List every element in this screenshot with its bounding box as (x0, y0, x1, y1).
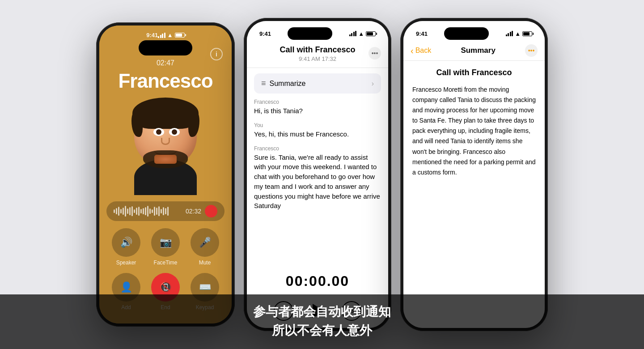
keypad-icon: ⌨️ (199, 281, 211, 293)
summarize-left: ≡ Summarize (261, 79, 305, 88)
speaker-text-1: Hi, is this Tania? (254, 106, 381, 116)
speaker-text-2: Yes, hi, this must be Francesco. (254, 129, 381, 139)
summary-call-title: Call with Francesco (412, 68, 536, 77)
speaker-name-2: You (254, 122, 381, 128)
speaker-button[interactable]: 🔊 (112, 228, 140, 257)
phone-summary: 9:41 ▲ (400, 18, 548, 331)
summarize-icon: ≡ (261, 79, 266, 88)
mute-label: Mute (199, 260, 211, 266)
summarize-text: Summarize (270, 80, 306, 88)
memoji-nose (161, 138, 170, 145)
signal-icon-3 (506, 31, 513, 36)
memoji-eye-right (169, 128, 180, 136)
status-icons-2: ▲ (349, 30, 376, 37)
playback-timer: 00:00.00 (247, 266, 388, 297)
waveform-bar: 02:32 (106, 201, 225, 221)
phone-transcript: 9:41 ▲ (244, 18, 391, 331)
subtitle-overlay: 参与者都会自动收到通知 所以不会有人意外 (0, 294, 644, 349)
dynamic-island-1 (139, 40, 192, 55)
mute-button-group: 🎤 Mute (191, 228, 219, 266)
dynamic-island-3 (444, 27, 489, 40)
info-icon[interactable]: i (210, 48, 223, 60)
battery-icon-3 (522, 31, 532, 36)
record-button[interactable] (205, 205, 217, 217)
back-label: Back (415, 47, 432, 55)
back-chevron-icon: ‹ (411, 46, 414, 56)
wifi-icon-3: ▲ (515, 30, 521, 37)
transcript-subtitle: 9:41 AM 17:32 (254, 55, 381, 62)
battery-icon-1 (175, 33, 185, 38)
summary-body: Francesco Moretti from the moving compan… (412, 85, 536, 178)
summarize-button[interactable]: ≡ Summarize › (254, 73, 381, 94)
status-icons-1: ▲ (158, 32, 184, 38)
summarize-chevron-icon: › (372, 80, 374, 88)
pupil-right (172, 129, 177, 135)
status-icons-3: ▲ (506, 30, 532, 37)
waveform-time: 02:32 (186, 208, 201, 215)
end-call-icon: 📵 (160, 281, 172, 293)
status-bar-2: 9:41 ▲ (247, 21, 388, 42)
more-options-button-2[interactable]: ••• (369, 47, 381, 60)
wifi-icon-1: ▲ (167, 32, 173, 38)
wave-lines (114, 206, 182, 217)
speaker-label: Speaker (116, 260, 136, 266)
speaker-name-3: Francesco (254, 145, 381, 152)
phones-container: 9:41 ▲ (96, 18, 548, 331)
battery-icon-2 (366, 31, 376, 36)
speaker-icon: 🔊 (120, 237, 132, 248)
transcript-block-1: Francesco Hi, is this Tania? (254, 99, 381, 116)
subtitle-line-1: 参与者都会自动收到通知 (27, 302, 617, 321)
more-options-button-3[interactable]: ••• (525, 44, 538, 57)
signal-icon-2 (349, 31, 357, 36)
subtitle-line-2: 所以不会有人意外 (27, 321, 617, 340)
summary-nav: ‹ Back Summary ••• (403, 42, 545, 61)
transcript-header: Call with Francesco 9:41 AM 17:32 ••• (247, 42, 388, 68)
add-icon: 👤 (120, 281, 132, 293)
memoji-eye-left (153, 128, 164, 136)
time-1: 9:41 (146, 32, 158, 38)
caller-memoji (121, 97, 210, 195)
phone-active-call: 9:41 ▲ (96, 22, 235, 327)
transcript-block-3: Francesco Sure is. Tania, we're all read… (254, 145, 381, 211)
facetime-button-group: 📷 FaceTime (151, 228, 180, 266)
facetime-label: FaceTime (154, 260, 178, 266)
nav-title: Summary (461, 46, 495, 55)
transcript-screen: Call with Francesco 9:41 AM 17:32 ••• ≡ … (247, 42, 388, 328)
memoji-neck (154, 155, 177, 164)
time-2: 9:41 (259, 30, 271, 37)
memoji-hair-right (188, 110, 199, 137)
summary-content: Call with Francesco Francesco Moretti fr… (403, 61, 545, 185)
mute-icon: 🎤 (199, 237, 211, 248)
signal-icon-1 (158, 33, 165, 38)
caller-name: Francesco (118, 70, 212, 92)
facetime-button[interactable]: 📷 (151, 228, 180, 257)
speaker-name-1: Francesco (254, 99, 381, 105)
call-controls-row1: 🔊 Speaker 📷 FaceTime 🎤 M (106, 228, 225, 266)
speaker-text-3: Sure is. Tania, we're all ready to assis… (254, 153, 381, 211)
call-duration: 02:47 (157, 59, 174, 67)
facetime-icon: 📷 (160, 237, 172, 248)
transcript-content: Francesco Hi, is this Tania? You Yes, hi… (247, 99, 388, 266)
transcript-title: Call with Francesco (254, 45, 381, 55)
dynamic-island-2 (288, 27, 332, 40)
status-bar-1: 9:41 ▲ (134, 26, 197, 40)
mute-button[interactable]: 🎤 (191, 228, 219, 257)
transcript-block-2: You Yes, hi, this must be Francesco. (254, 122, 381, 139)
summary-screen: ‹ Back Summary ••• Call with Francesco F… (403, 42, 545, 328)
wifi-icon-2: ▲ (358, 30, 364, 37)
speaker-button-group: 🔊 Speaker (112, 228, 140, 266)
status-bar-3: 9:41 ▲ (403, 21, 545, 42)
time-3: 9:41 (416, 30, 428, 37)
pupil-left (156, 129, 161, 135)
memoji-hair-left (131, 110, 143, 137)
back-button[interactable]: ‹ Back (411, 46, 431, 56)
call-screen: 9:41 ▲ (99, 26, 232, 323)
